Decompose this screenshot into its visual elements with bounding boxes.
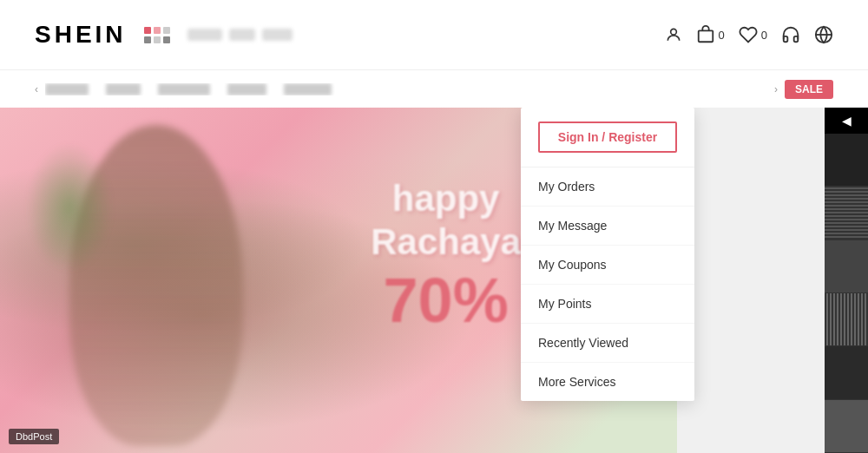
- wishlist-count: 0: [761, 29, 767, 42]
- logo-dot-5: [154, 36, 161, 43]
- user-icon-button[interactable]: [665, 26, 682, 43]
- dropdown-item-recently-viewed[interactable]: Recently Viewed: [521, 324, 694, 363]
- dropdown-signin-section[interactable]: Sign In / Register: [521, 108, 694, 167]
- blurred-item-3: [262, 29, 293, 41]
- heart-icon: [739, 25, 758, 44]
- hero-plant: [26, 142, 113, 272]
- bag-icon: [696, 25, 715, 44]
- bag-icon-button[interactable]: 0: [696, 25, 725, 44]
- dropdown-item-my-orders[interactable]: My Orders: [521, 167, 694, 207]
- svg-rect-1: [698, 30, 713, 42]
- bag-count: 0: [719, 29, 725, 42]
- my-coupons-label: My Coupons: [538, 258, 607, 272]
- logo-dots: [144, 27, 170, 43]
- globe-icon: [814, 25, 833, 44]
- strip-item-1[interactable]: [825, 134, 868, 187]
- more-services-label: More Services: [538, 375, 615, 389]
- logo-dot-4: [144, 36, 151, 43]
- dropdown-item-my-coupons[interactable]: My Coupons: [521, 246, 694, 285]
- my-message-label: My Message: [538, 219, 607, 233]
- user-icon: [665, 26, 682, 43]
- strip-item-4[interactable]: [825, 293, 868, 346]
- hero-percent: 70%: [371, 265, 521, 336]
- right-thumbnail-strip: ◀: [825, 108, 868, 453]
- logo-dot-2: [154, 27, 161, 34]
- language-icon-button[interactable]: [814, 25, 833, 44]
- headphone-icon: [781, 25, 800, 44]
- header: SHEIN 0: [0, 0, 868, 69]
- dropdown-item-my-points[interactable]: My Points: [521, 285, 694, 324]
- wishlist-icon-button[interactable]: 0: [739, 25, 767, 44]
- svg-point-0: [670, 29, 676, 35]
- sub-nav-item-1[interactable]: [45, 83, 89, 95]
- dropdown-menu: Sign In / Register My Orders My Message …: [521, 108, 694, 401]
- logo-dot-1: [144, 27, 151, 34]
- main-content: happy Rachaya 70% ◀ Sign In / Register M…: [0, 108, 868, 453]
- support-icon-button[interactable]: [781, 25, 800, 44]
- hero-text-area: happy Rachaya 70%: [371, 177, 521, 336]
- sub-navigation: ‹ › SALE: [0, 69, 868, 108]
- sub-nav-items: [45, 83, 767, 95]
- dropdown-item-my-message[interactable]: My Message: [521, 207, 694, 246]
- sub-nav-item-5[interactable]: [284, 83, 332, 95]
- sub-nav-item-4[interactable]: [227, 83, 266, 95]
- strip-item-6[interactable]: [825, 400, 868, 453]
- blurred-item-1: [187, 29, 222, 41]
- signin-register-button[interactable]: Sign In / Register: [538, 121, 677, 153]
- watermark: DbdPost: [9, 429, 59, 444]
- sub-nav-left-arrow[interactable]: ‹: [35, 83, 38, 95]
- logo-text: SHEIN: [35, 21, 127, 49]
- strip-item-2[interactable]: [825, 187, 868, 240]
- recently-viewed-label: Recently Viewed: [538, 336, 628, 350]
- blurred-header-items: [187, 29, 293, 41]
- hero-text-line2: Rachaya: [371, 220, 521, 264]
- sub-nav-right-arrow[interactable]: ›: [774, 83, 778, 95]
- strip-item-3[interactable]: [825, 240, 868, 293]
- strip-arrow[interactable]: ◀: [825, 108, 868, 134]
- sub-nav-item-3[interactable]: [158, 83, 210, 95]
- logo-dot-6: [163, 36, 170, 43]
- strip-item-5[interactable]: [825, 346, 868, 399]
- my-points-label: My Points: [538, 297, 591, 311]
- blurred-item-2: [229, 29, 255, 41]
- header-icons: 0 0: [665, 25, 833, 44]
- logo-area: SHEIN: [35, 21, 293, 49]
- my-orders-label: My Orders: [538, 180, 595, 194]
- sale-button[interactable]: SALE: [785, 80, 833, 99]
- dropdown-item-more-services[interactable]: More Services: [521, 363, 694, 401]
- hero-text-line1: happy: [371, 177, 521, 220]
- sub-nav-item-2[interactable]: [106, 83, 141, 95]
- watermark-text: DbdPost: [16, 431, 52, 442]
- logo-dot-3: [163, 27, 170, 34]
